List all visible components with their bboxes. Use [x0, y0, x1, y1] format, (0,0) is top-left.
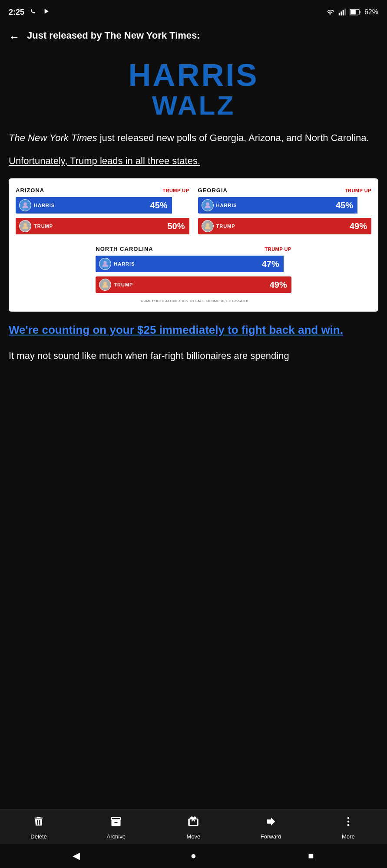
- bottom-toolbar: Delete Archive Move Forward: [0, 809, 387, 844]
- body-text: It may not sound like much when far-righ…: [9, 349, 378, 363]
- svg-rect-2: [343, 10, 344, 16]
- delete-label: Delete: [30, 833, 47, 840]
- nav-bar: ◀ ● ■: [0, 844, 387, 868]
- svg-rect-0: [339, 13, 340, 16]
- svg-point-10: [206, 223, 209, 227]
- az-harris-pct: 45%: [150, 201, 168, 210]
- forward-button[interactable]: Forward: [254, 815, 288, 840]
- nc-harris-pct: 47%: [262, 259, 279, 269]
- ga-trump-pct: 49%: [350, 221, 367, 231]
- nav-back-button[interactable]: ◀: [66, 845, 86, 866]
- georgia-trump-up: TRUMP UP: [345, 188, 371, 193]
- nc-harris-label: HARRIS: [114, 261, 135, 266]
- az-trump-label: TRUMP: [34, 224, 53, 229]
- whatsapp-icon: [29, 7, 37, 17]
- svg-rect-6: [351, 10, 356, 14]
- arizona-label: ARIZONA: [16, 187, 44, 194]
- archive-icon: [110, 815, 122, 831]
- more-button[interactable]: More: [331, 815, 366, 840]
- harris-walz-logo: HARRIS WALZ: [9, 59, 378, 120]
- az-harris-label: HARRIS: [34, 203, 55, 208]
- walz-text: WALZ: [9, 91, 378, 120]
- trash-icon: [33, 815, 45, 831]
- arizona-poll: ARIZONA TRUMP UP HARRIS 45: [16, 187, 189, 237]
- nc-header: NORTH CAROLINA TRUMP UP: [96, 246, 291, 252]
- nc-poll: NORTH CAROLINA TRUMP UP HARRIS: [96, 246, 291, 296]
- move-icon: [187, 815, 199, 831]
- svg-point-8: [23, 223, 27, 227]
- georgia-harris-row: HARRIS 45%: [198, 197, 372, 215]
- status-right: 62%: [325, 8, 378, 16]
- cta-link[interactable]: We're counting on your $25 immediately t…: [9, 322, 378, 338]
- battery-icon: [350, 9, 361, 16]
- svg-point-13: [347, 817, 350, 819]
- georgia-trump-row: TRUMP 49%: [198, 218, 372, 234]
- nc-trump-up: TRUMP UP: [265, 247, 291, 252]
- nc-trump-pct: 49%: [270, 280, 287, 290]
- nav-home-button[interactable]: ●: [183, 845, 204, 866]
- ga-trump-label: TRUMP: [216, 224, 235, 229]
- svg-point-7: [23, 202, 27, 206]
- email-header: ← Just released by The New York Times:: [0, 23, 387, 53]
- email-subject: Just released by The New York Times:: [27, 30, 200, 42]
- arizona-header: ARIZONA TRUMP UP: [16, 187, 189, 194]
- status-time: 2:25: [9, 8, 24, 17]
- nav-recents-button[interactable]: ■: [301, 845, 321, 866]
- battery-percentage: 62%: [364, 8, 378, 16]
- poll-caption: TRUMP PHOTO ATTRIBUTION TO GAGE SKIDMORE…: [139, 299, 248, 303]
- georgia-poll: GEORGIA TRUMP UP HARRIS 45: [198, 187, 372, 237]
- intro-text: The New York Times just released new pol…: [9, 131, 378, 145]
- harris-text: HARRIS: [9, 59, 378, 91]
- forward-icon: [265, 815, 277, 831]
- archive-button[interactable]: Archive: [99, 815, 133, 840]
- arizona-trump-row: TRUMP 50%: [16, 218, 189, 234]
- nc-section: NORTH CAROLINA TRUMP UP HARRIS: [16, 246, 371, 303]
- move-button[interactable]: Move: [176, 815, 211, 840]
- svg-rect-3: [344, 9, 346, 16]
- arizona-harris-row: HARRIS 45%: [16, 197, 189, 215]
- svg-point-14: [347, 820, 350, 822]
- back-button[interactable]: ←: [9, 30, 20, 44]
- poll-states-row: ARIZONA TRUMP UP HARRIS 45: [16, 187, 371, 237]
- svg-rect-1: [341, 12, 342, 16]
- signal-icon: [338, 8, 346, 16]
- nc-harris-row: HARRIS 47%: [96, 256, 291, 274]
- more-label: More: [342, 833, 355, 840]
- nc-trump-row: TRUMP 49%: [96, 276, 291, 293]
- delete-button[interactable]: Delete: [21, 815, 56, 840]
- status-bar: 2:25 62%: [0, 0, 387, 23]
- svg-point-15: [347, 824, 350, 826]
- georgia-header: GEORGIA TRUMP UP: [198, 187, 372, 194]
- svg-rect-5: [360, 11, 361, 13]
- nc-label: NORTH CAROLINA: [96, 246, 153, 252]
- svg-point-12: [104, 282, 107, 285]
- forward-label: Forward: [261, 833, 281, 840]
- georgia-label: GEORGIA: [198, 187, 228, 194]
- svg-point-9: [206, 202, 209, 206]
- ga-harris-pct: 45%: [336, 201, 353, 210]
- email-body: HARRIS WALZ The New York Times just rele…: [0, 59, 387, 432]
- wifi-icon: [325, 8, 335, 16]
- poll-chart: ARIZONA TRUMP UP HARRIS 45: [9, 178, 378, 312]
- status-left: 2:25: [9, 7, 50, 17]
- nc-trump-label: TRUMP: [114, 282, 133, 287]
- more-icon: [342, 815, 354, 831]
- trump-leads-link[interactable]: Unfortunately, Trump leads in all three …: [9, 154, 378, 168]
- move-label: Move: [187, 833, 201, 840]
- svg-point-11: [104, 261, 107, 264]
- arizona-trump-up: TRUMP UP: [162, 188, 189, 193]
- ga-harris-label: HARRIS: [216, 203, 237, 208]
- play-icon: [42, 7, 50, 17]
- az-trump-pct: 50%: [167, 221, 185, 231]
- archive-label: Archive: [107, 833, 126, 840]
